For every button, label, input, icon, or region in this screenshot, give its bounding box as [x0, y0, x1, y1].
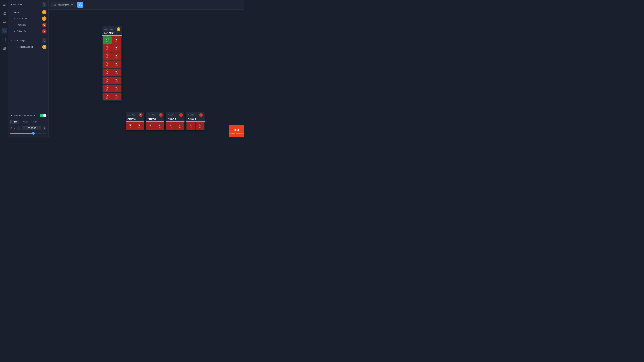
speaker-cell-lf-8[interactable]: 🔇 LF	[103, 93, 112, 100]
speaker-cell-hf-3[interactable]: 🔇 HF	[112, 52, 121, 60]
ff4-category: Front Fills	[188, 114, 196, 116]
sidebar-item-grid2[interactable]	[2, 45, 7, 51]
signal-gen-header: ▼ SIGNAL GENERATOR	[10, 114, 46, 117]
ff2-title: Array 2	[146, 117, 164, 121]
speaker-cell-lf-6[interactable]: 🔇 LF	[103, 77, 112, 84]
sidebar-item-grid[interactable]	[2, 11, 7, 16]
speaker-cell-hf-6[interactable]: 🔇 HF	[112, 77, 121, 84]
ff4-header: Front Fills	[186, 112, 204, 117]
signal-gen-title-area: ▼ SIGNAL GENERATOR	[10, 114, 35, 116]
ff3-lf[interactable]: 🔇 LF	[166, 122, 175, 130]
speaker-grid: 🔊 LF 🔇 HF 🔇 LF	[102, 36, 122, 101]
gain-slider[interactable]	[10, 132, 46, 134]
user-groups-label: User Groups	[14, 39, 41, 42]
sidebar-item-menu[interactable]	[2, 2, 7, 7]
slider-thumb[interactable]	[32, 132, 35, 135]
speaker-cell-lf-3[interactable]: 🔇 LF	[103, 52, 112, 60]
mute-matrix-chevron	[70, 3, 73, 6]
front-fills-array2-card: Front Fills Array 2 🔇 LF 🔇 HF	[146, 112, 164, 130]
svg-rect-5	[3, 14, 4, 15]
ff2-category: Front Fills	[148, 114, 155, 116]
toolbar-sync-btn[interactable]	[77, 2, 83, 8]
speaker-cell-lf-5[interactable]: 🔇 LF	[103, 68, 112, 76]
ff2-lf[interactable]: 🔇 LF	[146, 122, 155, 130]
sidebar-item-radio[interactable]	[2, 19, 7, 25]
speaker-row-6: 🔇 LF 🔇 HF	[103, 77, 122, 84]
subwoofers-arrow: ▶	[14, 30, 16, 32]
signal-gen-title: SIGNAL GENERATOR	[14, 114, 35, 116]
ff2-grid: 🔇 LF 🔇 HF	[146, 122, 164, 130]
sig-btn-white[interactable]: White	[20, 120, 30, 124]
user-groups-item[interactable]: ▼ User Groups	[8, 37, 48, 44]
svg-point-8	[3, 30, 3, 31]
speaker-row-5: 🔇 LF 🔇 HF	[103, 68, 122, 76]
main-arrays-item[interactable]: ▶ Main Arrays ≠	[8, 15, 48, 22]
ff1-lf[interactable]: 🔇 LF	[126, 122, 135, 130]
mains-fills-item[interactable]: ◎ Mains and Fills ≠	[8, 44, 48, 50]
speaker-cell-lf-2[interactable]: 🔇 LF	[103, 44, 112, 52]
ff2-badge	[159, 113, 163, 117]
ff2-header: Front Fills	[146, 112, 164, 117]
svg-rect-34	[43, 40, 45, 41]
mute-matrix-label: Mute Matrix	[58, 3, 69, 6]
ff2-row: 🔇 LF 🔇 HF	[146, 122, 164, 130]
ff1-category: Front Fills	[128, 114, 135, 116]
speaker-cell-lf-7[interactable]: 🔇 LF	[103, 85, 112, 92]
svg-point-9	[4, 30, 4, 30]
speaker-cell-hf-4[interactable]: 🔇 HF	[112, 60, 121, 68]
gain-row: Gain − -30.00 dB +	[10, 126, 46, 130]
venue-item[interactable]: ▼ Venue ≠	[8, 9, 48, 15]
speaker-cell-hf-5[interactable]: 🔇 HF	[112, 68, 121, 76]
speaker-label-hf-1: HF	[116, 41, 118, 42]
left-panel: ▼ GROUPS ▼ Venue ≠ ▶ Main Arrays ≠ ▶ Fro…	[8, 0, 49, 137]
speaker-cell-hf-8[interactable]: 🔇 HF	[112, 93, 121, 100]
mains-fills-icon: ◎	[16, 46, 18, 48]
groups-header[interactable]: ▼ GROUPS	[8, 0, 48, 9]
user-groups-arrow: ▼	[11, 40, 13, 41]
ff1-hf[interactable]: 🔇 HF	[135, 122, 144, 130]
ff4-lf[interactable]: 🔇 LF	[186, 122, 195, 130]
sig-btn-pink[interactable]: Pink	[10, 120, 19, 124]
speaker-cell-hf-2[interactable]: 🔇 HF	[112, 44, 121, 52]
sidebar-item-sliders[interactable]	[2, 37, 7, 42]
speaker-cell-lf-4[interactable]: 🔇 LF	[103, 60, 112, 68]
front-fills-item[interactable]: ▶ Front Fills	[8, 22, 48, 28]
groups-action-btn[interactable]	[42, 2, 46, 7]
card-badge: ≠	[117, 27, 120, 31]
sidebar-item-eq[interactable]	[2, 28, 7, 33]
signal-gen-toggle[interactable]	[40, 114, 46, 117]
slider-track	[10, 133, 46, 134]
gain-plus-btn[interactable]: +	[43, 126, 46, 130]
speaker-cell-hf-7[interactable]: 🔇 HF	[112, 85, 121, 92]
speaker-cell-lf-1[interactable]: 🔊 LF	[103, 36, 112, 44]
ff4-title: Array 4	[186, 117, 204, 121]
mains-fills-label: Mains and Fills	[20, 46, 41, 48]
sidebar	[0, 0, 8, 137]
ff4-hf[interactable]: 🔇 HF	[196, 122, 204, 130]
speaker-icon-hf-1: 🔇	[115, 38, 118, 40]
subwoofers-label: Subwoofers	[17, 30, 41, 32]
jbl-professional: PROFESSIONAL	[230, 132, 244, 134]
jbl-logo-area: JBL PROFESSIONAL	[229, 125, 244, 137]
groups-collapse-icon: ▼	[10, 3, 12, 5]
ff3-hf[interactable]: 🔇 HF	[176, 122, 184, 130]
gain-minus-btn[interactable]: −	[17, 126, 20, 130]
sig-btn-sine[interactable]: Sine	[31, 120, 40, 124]
gain-label: Gain	[10, 127, 16, 129]
mute-matrix-btn[interactable]: Mute Matrix	[51, 2, 76, 7]
speaker-cell-hf-1[interactable]: 🔇 HF	[112, 36, 121, 44]
svg-point-10	[5, 31, 5, 31]
card-title: Left Main	[102, 32, 122, 35]
left-main-card: Main Arrays ≠ Left Main 🔊 LF 🔇 HF	[102, 26, 122, 101]
jbl-brand: JBL	[232, 128, 241, 132]
ff2-hf[interactable]: 🔇 HF	[155, 122, 164, 130]
signal-gen-collapse: ▼	[10, 114, 12, 116]
subwoofers-badge	[42, 29, 46, 33]
groups-header-left: ▼ GROUPS	[10, 3, 22, 5]
user-groups-badge	[42, 38, 46, 43]
front-fills-array1-card: Front Fills Array 1 🔇 LF 🔇 HF	[126, 112, 144, 130]
canvas-area: Main Arrays ≠ Left Main 🔊 LF 🔇 HF	[49, 9, 244, 137]
groups-section: ▼ GROUPS ▼ Venue ≠ ▶ Main Arrays ≠ ▶ Fro…	[8, 0, 48, 111]
mains-fills-badge: ≠	[42, 45, 46, 49]
subwoofers-item[interactable]: ▶ Subwoofers	[8, 28, 48, 34]
